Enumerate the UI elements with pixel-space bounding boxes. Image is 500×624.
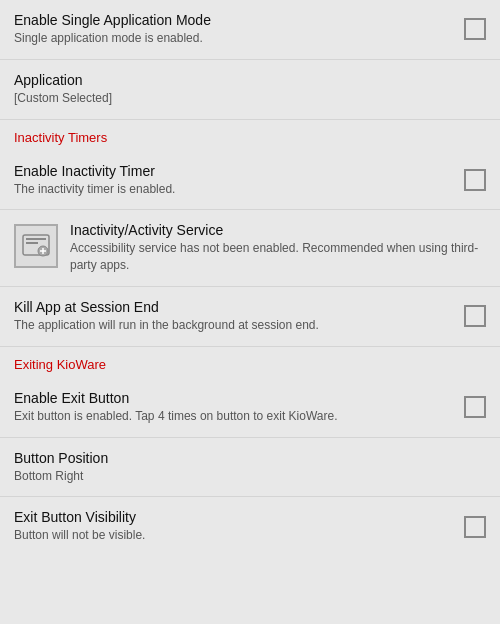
checkbox-single-app-mode[interactable]	[464, 18, 486, 40]
setting-text-kill-app-session-end: Kill App at Session End The application …	[14, 299, 464, 334]
setting-item-inactivity-activity-service[interactable]: Inactivity/Activity Service Accessibilit…	[0, 210, 500, 287]
setting-text-button-position: Button Position Bottom Right	[14, 450, 486, 485]
setting-title-enable-exit-button: Enable Exit Button	[14, 390, 452, 406]
setting-item-application[interactable]: Application [Custom Selected]	[0, 60, 500, 120]
setting-text-exit-button-visibility: Exit Button Visibility Button will not b…	[14, 509, 464, 544]
checkbox-enable-inactivity-timer[interactable]	[464, 169, 486, 191]
checkbox-kill-app-session-end[interactable]	[464, 305, 486, 327]
section-header-exiting-kioware: Exiting KioWare	[0, 347, 500, 378]
setting-text-enable-exit-button: Enable Exit Button Exit button is enable…	[14, 390, 464, 425]
setting-item-kill-app-session-end[interactable]: Kill App at Session End The application …	[0, 287, 500, 347]
setting-title-button-position: Button Position	[14, 450, 474, 466]
setting-desc-enable-exit-button: Exit button is enabled. Tap 4 times on b…	[14, 408, 452, 425]
setting-desc-inactivity-activity-service: Accessibility service has not been enabl…	[70, 240, 486, 274]
setting-title-inactivity-activity-service: Inactivity/Activity Service	[70, 222, 486, 238]
svg-rect-2	[26, 242, 38, 244]
setting-title-kill-app-session-end: Kill App at Session End	[14, 299, 452, 315]
setting-desc-kill-app-session-end: The application will run in the backgrou…	[14, 317, 452, 334]
setting-item-enable-inactivity-timer[interactable]: Enable Inactivity Timer The inactivity t…	[0, 151, 500, 211]
setting-text-block-inactivity-activity-service: Inactivity/Activity Service Accessibilit…	[70, 222, 486, 274]
setting-desc-enable-inactivity-timer: The inactivity timer is enabled.	[14, 181, 452, 198]
checkbox-enable-exit-button[interactable]	[464, 396, 486, 418]
setting-title-single-app-mode: Enable Single Application Mode	[14, 12, 452, 28]
setting-desc-single-app-mode: Single application mode is enabled.	[14, 30, 452, 47]
setting-desc-button-position: Bottom Right	[14, 468, 474, 485]
checkbox-exit-button-visibility[interactable]	[464, 516, 486, 538]
setting-title-enable-inactivity-timer: Enable Inactivity Timer	[14, 163, 452, 179]
setting-item-enable-exit-button[interactable]: Enable Exit Button Exit button is enable…	[0, 378, 500, 438]
setting-text-application: Application [Custom Selected]	[14, 72, 486, 107]
setting-item-button-position[interactable]: Button Position Bottom Right	[0, 438, 500, 498]
setting-title-application: Application	[14, 72, 474, 88]
accessibility-service-icon	[14, 224, 58, 268]
setting-item-exit-button-visibility[interactable]: Exit Button Visibility Button will not b…	[0, 497, 500, 556]
setting-item-single-app-mode[interactable]: Enable Single Application Mode Single ap…	[0, 0, 500, 60]
settings-list: Enable Single Application Mode Single ap…	[0, 0, 500, 556]
section-header-inactivity-timers: Inactivity Timers	[0, 120, 500, 151]
svg-rect-1	[26, 238, 46, 240]
setting-desc-application: [Custom Selected]	[14, 90, 474, 107]
setting-text-enable-inactivity-timer: Enable Inactivity Timer The inactivity t…	[14, 163, 464, 198]
setting-desc-exit-button-visibility: Button will not be visible.	[14, 527, 452, 544]
setting-text-single-app-mode: Enable Single Application Mode Single ap…	[14, 12, 464, 47]
setting-title-exit-button-visibility: Exit Button Visibility	[14, 509, 452, 525]
